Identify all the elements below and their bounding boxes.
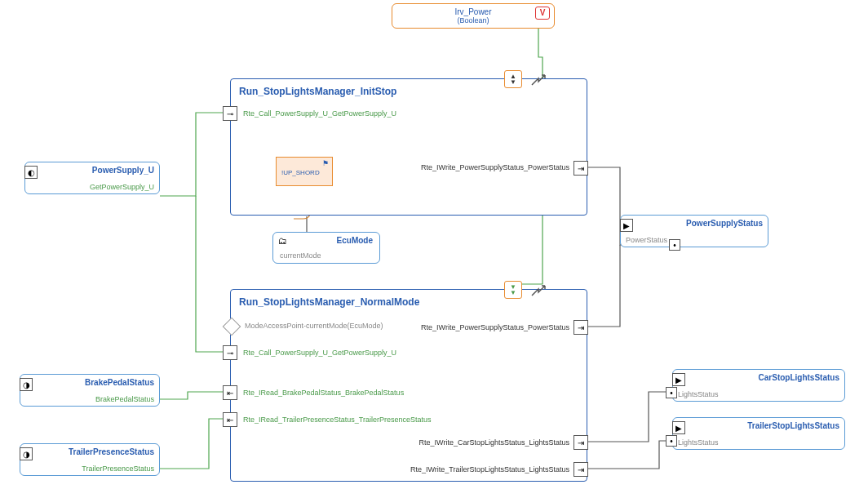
port-powerstatus-title: PowerSupplyStatus bbox=[626, 219, 763, 228]
trigger-init-icon: ▲▼ bbox=[504, 70, 522, 88]
write-port-icon: ⇥ bbox=[574, 161, 588, 176]
inner-block-label: !UP_SHORD bbox=[281, 169, 320, 176]
normal-writepower-label: Rte_IWrite_PowerSupplyStatus_PowerStatus bbox=[392, 323, 569, 331]
irv-power-name: Irv_Power bbox=[401, 7, 546, 16]
call-port-icon: ⊸ bbox=[223, 345, 237, 360]
port-brakepedal-sub: BrakePedalStatus bbox=[25, 395, 154, 403]
provided-port-icon: ◐ bbox=[24, 166, 38, 179]
ecumode-box[interactable]: 🗂 EcuMode currentMode bbox=[272, 232, 380, 264]
connector-icon: • bbox=[666, 387, 677, 398]
port-carstop-sub: LightsStatus bbox=[678, 390, 839, 398]
irv-power-type: (Boolean) bbox=[401, 16, 546, 24]
provided-port-icon: ▶ bbox=[620, 219, 633, 232]
port-powerstatus-sub: PowerStatus bbox=[626, 236, 763, 244]
ecumode-icon: 🗂 bbox=[278, 236, 287, 246]
ecumode-sub: currentMode bbox=[280, 251, 373, 260]
normal-call-label: Rte_Call_PowerSupply_U_GetPowerSupply_U bbox=[243, 349, 396, 357]
write-port-icon: ⇥ bbox=[574, 462, 588, 477]
port-brakepedal[interactable]: ◑ BrakePedalStatus BrakePedalStatus bbox=[20, 374, 160, 407]
connector-icon: • bbox=[669, 239, 680, 251]
port-carstoplights[interactable]: ▶ CarStopLightsStatus LightsStatus bbox=[672, 369, 845, 402]
port-trailerstoplights[interactable]: ▶ TrailerStopLightsStatus LightsStatus bbox=[672, 417, 845, 450]
event-arrow-icon bbox=[530, 73, 547, 90]
port-powerstatus[interactable]: ▶ PowerSupplyStatus PowerStatus bbox=[620, 215, 768, 247]
mode-access-label: ModeAccessPoint-currentMode(EcuMode) bbox=[245, 322, 383, 330]
normal-readtrailer-label: Rte_IRead_TrailerPresenceStatus_TrailerP… bbox=[243, 416, 431, 424]
trigger-normal-icon: ▼▼ bbox=[504, 281, 522, 299]
v-badge: V bbox=[535, 7, 550, 20]
call-port-icon: ⊸ bbox=[223, 106, 237, 121]
required-port-icon: ◑ bbox=[20, 378, 33, 391]
port-trailerpresence[interactable]: ◑ TrailerPresenceStatus TrailerPresenceS… bbox=[20, 443, 160, 476]
connector-icon: • bbox=[666, 435, 677, 447]
port-trailerstop-sub: LightsStatus bbox=[678, 438, 839, 447]
port-trailerpresence-title: TrailerPresenceStatus bbox=[25, 447, 154, 456]
port-carstop-title: CarStopLightsStatus bbox=[678, 373, 839, 382]
port-powersupply[interactable]: ◐ PowerSupply_U GetPowerSupply_U bbox=[24, 162, 160, 194]
port-trailerstop-title: TrailerStopLightsStatus bbox=[678, 421, 839, 430]
provided-port-icon: ▶ bbox=[672, 421, 685, 434]
normal-writetrailer-label: Rte_IWrite_TrailerStopLightsStatus_Light… bbox=[357, 465, 569, 473]
required-port-icon: ◑ bbox=[20, 447, 33, 460]
runnable-initstop[interactable]: Run_StopLightsManager_InitStop bbox=[230, 78, 587, 216]
event-arrow-icon bbox=[530, 284, 547, 300]
read-port-icon: ⇤ bbox=[223, 412, 237, 427]
init-write-label: Rte_IWrite_PowerSupplyStatus_PowerStatus bbox=[344, 163, 569, 171]
irv-power-box: Irv_Power (Boolean) bbox=[392, 3, 555, 29]
port-trailerpresence-sub: TrailerPresenceStatus bbox=[25, 465, 154, 473]
provided-port-icon: ▶ bbox=[672, 373, 685, 386]
port-powersupply-sub: GetPowerSupply_U bbox=[30, 183, 154, 191]
ecumode-title: EcuMode bbox=[280, 236, 373, 245]
inner-flag-icon: ⚑ bbox=[322, 159, 329, 167]
write-port-icon: ⇥ bbox=[574, 435, 588, 450]
inner-block[interactable]: !UP_SHORD ⚑ bbox=[276, 157, 333, 186]
read-port-icon: ⇤ bbox=[223, 385, 237, 400]
runnable-normalmode[interactable]: Run_StopLightsManager_NormalMode bbox=[230, 289, 587, 482]
normal-writecar-label: Rte_IWrite_CarStopLightsStatus_LightsSta… bbox=[357, 438, 569, 447]
port-brakepedal-title: BrakePedalStatus bbox=[25, 378, 154, 387]
port-powersupply-title: PowerSupply_U bbox=[30, 166, 154, 175]
normal-readbrake-label: Rte_IRead_BrakePedalStatus_BrakePedalSta… bbox=[243, 389, 404, 397]
init-call-label: Rte_Call_PowerSupply_U_GetPowerSupply_U bbox=[243, 109, 396, 118]
write-port-icon: ⇥ bbox=[574, 320, 588, 335]
